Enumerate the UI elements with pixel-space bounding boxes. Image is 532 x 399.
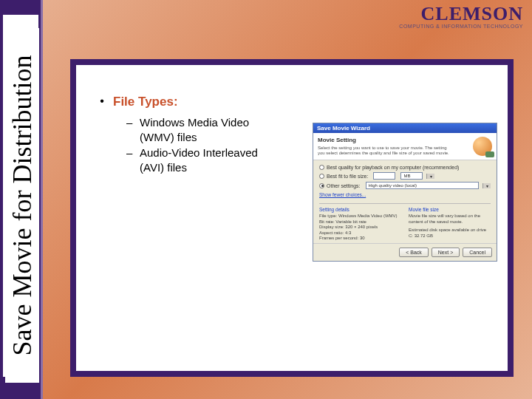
filesize-unit-combo[interactable]: MB	[400, 172, 423, 180]
radio-option-best-fit[interactable]: Best fit to file size: MB ▾	[319, 172, 491, 180]
chevron-down-icon[interactable]: ▾	[426, 174, 434, 179]
radio-label: Other settings:	[327, 183, 361, 188]
detail-line: Bit rate: Variable bit rate	[319, 219, 401, 225]
next-button[interactable]: Next >	[432, 248, 460, 257]
brand-logo: CLEMSON COMPUTING & INFORMATION TECHNOLO…	[399, 4, 523, 29]
list-item-text: Audio-Video Interleaved (AVI) files	[140, 146, 282, 174]
chevron-down-icon[interactable]: ▾	[482, 183, 491, 188]
detail-line: Movie file size will vary based on the c…	[409, 214, 491, 225]
wizard-header-title: Movie Setting	[318, 137, 454, 144]
dash-icon: –	[126, 146, 140, 174]
divider	[319, 203, 491, 204]
wizard-header: Movie Setting Select the setting you wan…	[313, 133, 497, 160]
radio-label: Best quality for playback on my computer…	[327, 165, 459, 170]
wizard-button-row: < Back Next > Cancel	[313, 243, 497, 261]
wizard-header-subtitle: Select the setting you want to use to sa…	[318, 146, 454, 156]
content-frame: • File Types: – Windows Media Video (WMV…	[70, 59, 514, 377]
file-size-head: Movie file size	[409, 207, 491, 212]
film-reel-icon	[473, 137, 492, 156]
bullet-heading: File Types:	[113, 95, 178, 109]
radio-icon	[319, 174, 324, 179]
brand-logo-sub: COMPUTING & INFORMATION TECHNOLOGY	[399, 24, 523, 29]
radio-option-other[interactable]: Other settings: High quality video (loca…	[319, 182, 491, 189]
bullet-icon: •	[91, 95, 113, 109]
radio-option-best-quality[interactable]: Best quality for playback on my computer…	[319, 165, 491, 170]
radio-label: Best fit to file size:	[327, 174, 368, 179]
sidebar-stripe: Save Movie for Distribution	[0, 0, 43, 399]
radio-icon	[319, 183, 324, 188]
detail-line: Frames per second: 30	[319, 236, 401, 242]
cancel-button[interactable]: Cancel	[463, 248, 492, 257]
detail-line: File type: Windows Media Video (WMV)	[319, 214, 401, 219]
show-fewer-choices-link[interactable]: Show fewer choices...	[319, 192, 491, 197]
setting-details-head: Setting details	[319, 207, 401, 212]
list-item-text: Windows Media Video (WMV) files	[140, 115, 282, 144]
wizard-titlebar: Save Movie Wizard	[313, 123, 497, 133]
wizard-details: Setting details File type: Windows Media…	[319, 207, 491, 242]
detail-line: Estimated disk space available on drive …	[409, 228, 491, 239]
wizard-header-text: Movie Setting Select the setting you wan…	[318, 137, 454, 156]
save-movie-wizard-dialog: Save Movie Wizard Movie Setting Select t…	[313, 123, 497, 262]
setting-details-col: Setting details File type: Windows Media…	[319, 207, 401, 242]
content-panel: • File Types: – Windows Media Video (WMV…	[76, 65, 508, 371]
radio-icon	[319, 165, 324, 170]
detail-line: Aspect ratio: 4:3	[319, 231, 401, 236]
brand-logo-main: CLEMSON	[399, 4, 523, 24]
file-size-col: Movie file size Movie file size will var…	[409, 207, 491, 242]
other-settings-combo[interactable]: High quality video (local)	[366, 182, 479, 189]
list-item: – Windows Media Video (WMV) files	[126, 115, 282, 144]
list-item: – Audio-Video Interleaved (AVI) files	[126, 146, 282, 174]
slide-title-vertical: Save Movie for Distribution	[5, 28, 39, 383]
wizard-body: Best quality for playback on my computer…	[313, 160, 497, 243]
detail-line: Display size: 320 × 240 pixels	[319, 225, 401, 231]
filesize-combo[interactable]	[373, 172, 395, 180]
bullet-row: • File Types:	[91, 95, 493, 109]
dash-icon: –	[126, 115, 140, 144]
back-button[interactable]: < Back	[399, 248, 429, 257]
